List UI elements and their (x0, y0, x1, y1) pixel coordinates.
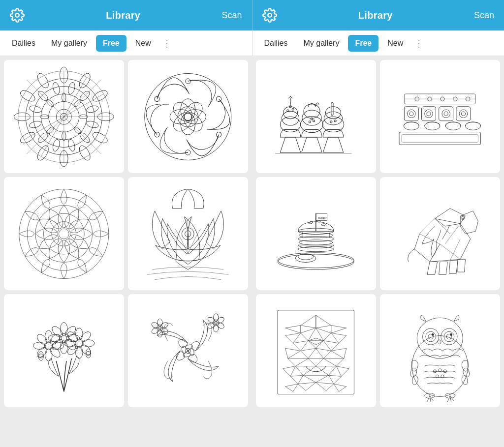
svg-point-26 (67, 138, 76, 151)
svg-point-71 (35, 332, 49, 346)
scan-button-left[interactable]: Scan (221, 10, 242, 21)
svg-marker-203 (283, 366, 296, 376)
svg-point-223 (450, 333, 452, 335)
svg-line-176 (435, 218, 450, 234)
svg-point-32 (52, 81, 61, 94)
tab-free-right[interactable]: Free (348, 35, 378, 52)
svg-marker-184 (316, 315, 331, 328)
gear-icon-right[interactable] (262, 8, 277, 23)
svg-marker-198 (301, 348, 316, 358)
svg-marker-205 (296, 366, 316, 375)
tab-more-right[interactable]: ⋮ (412, 37, 426, 49)
svg-point-152 (278, 254, 354, 269)
svg-marker-207 (290, 375, 303, 384)
svg-point-66 (52, 342, 64, 349)
svg-marker-199 (324, 358, 344, 366)
svg-point-88 (64, 339, 76, 346)
svg-point-122 (309, 120, 311, 122)
svg-point-153 (278, 252, 354, 268)
svg-point-220 (444, 331, 454, 342)
tab-more-left[interactable]: ⋮ (160, 37, 174, 49)
svg-point-20 (35, 71, 51, 89)
svg-point-30 (29, 104, 42, 113)
tab-new-left[interactable]: New (128, 35, 158, 52)
gear-icon-left[interactable] (10, 8, 25, 23)
tab-dailies-left[interactable]: Dailies (5, 35, 42, 52)
svg-point-219 (441, 328, 457, 344)
svg-point-27 (52, 138, 61, 151)
svg-point-113 (292, 108, 294, 110)
svg-point-60 (59, 229, 69, 239)
list-item[interactable] (128, 294, 248, 407)
svg-line-177 (445, 223, 460, 243)
list-item[interactable] (4, 60, 124, 173)
svg-marker-201 (308, 358, 323, 366)
header-title-right: Library (358, 10, 393, 21)
svg-point-47 (145, 73, 231, 160)
svg-marker-186 (331, 325, 346, 333)
grid-right: burger (252, 56, 504, 447)
svg-point-126 (334, 119, 336, 121)
list-item[interactable] (256, 294, 376, 407)
svg-point-70 (33, 342, 46, 349)
svg-point-134 (425, 110, 433, 118)
svg-point-14 (77, 144, 93, 162)
tab-new-right[interactable]: New (380, 35, 410, 52)
svg-marker-167 (414, 218, 471, 262)
svg-marker-210 (285, 384, 298, 391)
svg-marker-172 (449, 260, 458, 273)
svg-marker-187 (285, 325, 301, 333)
svg-rect-136 (439, 106, 453, 120)
svg-point-95 (157, 325, 163, 330)
svg-point-57 (35, 205, 93, 262)
tab-bar: Dailies My gallery Free New ⋮ Dailies My… (0, 30, 504, 56)
tabbar-right: Dailies My gallery Free New ⋮ (252, 30, 504, 56)
svg-point-56 (27, 197, 100, 270)
svg-text:burger: burger (318, 216, 327, 219)
tab-dailies-right[interactable]: Dailies (257, 35, 295, 52)
list-item[interactable] (128, 60, 248, 173)
svg-point-29 (29, 119, 42, 128)
svg-point-55 (19, 189, 109, 278)
list-item[interactable] (4, 177, 124, 290)
svg-point-161 (298, 246, 334, 251)
header-right: Library Scan (252, 0, 504, 30)
svg-marker-202 (336, 366, 349, 376)
tab-free-left[interactable]: Free (96, 35, 126, 52)
svg-point-1 (268, 13, 272, 17)
svg-marker-195 (331, 348, 346, 358)
svg-point-215 (417, 318, 463, 358)
svg-point-222 (432, 333, 434, 335)
list-item[interactable] (380, 177, 500, 290)
svg-point-160 (299, 239, 333, 244)
tab-mygallery-right[interactable]: My gallery (297, 35, 346, 52)
list-item[interactable] (380, 60, 500, 173)
svg-rect-121 (331, 102, 333, 115)
svg-point-102 (213, 320, 219, 326)
svg-point-59 (52, 221, 76, 246)
tab-mygallery-left[interactable]: My gallery (44, 35, 94, 52)
svg-line-182 (450, 238, 461, 260)
svg-marker-197 (316, 348, 331, 358)
svg-point-106 (214, 324, 219, 332)
svg-point-164 (309, 221, 313, 224)
list-item[interactable]: burger (256, 177, 376, 290)
svg-point-82 (76, 328, 83, 340)
svg-marker-208 (303, 375, 329, 382)
svg-point-86 (76, 346, 83, 358)
svg-marker-169 (460, 210, 478, 234)
grid-container: burger (0, 56, 504, 447)
scan-button-right[interactable]: Scan (474, 10, 494, 21)
svg-marker-212 (298, 382, 316, 390)
svg-point-91 (86, 349, 91, 358)
list-item[interactable] (4, 294, 124, 407)
list-item[interactable] (380, 294, 500, 407)
svg-point-19 (19, 88, 37, 103)
svg-rect-139 (456, 106, 471, 120)
list-item[interactable] (128, 177, 248, 290)
svg-point-165 (316, 219, 321, 222)
svg-point-141 (461, 112, 465, 116)
svg-rect-130 (405, 106, 419, 120)
list-item[interactable] (256, 60, 376, 173)
svg-marker-173 (458, 259, 466, 272)
